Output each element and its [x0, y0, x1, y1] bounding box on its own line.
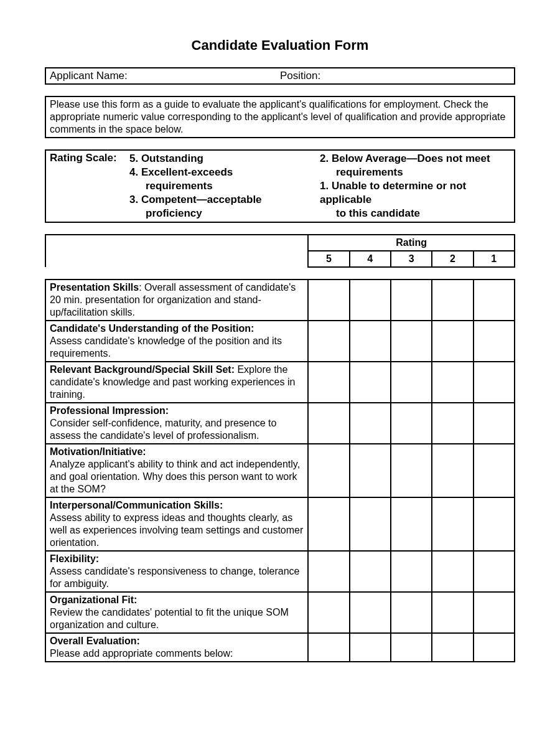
- rating-cell[interactable]: [474, 362, 515, 403]
- rating-cell[interactable]: [474, 633, 515, 662]
- rating-cell[interactable]: [391, 592, 432, 633]
- rating-cell[interactable]: [432, 321, 473, 362]
- rating-cell[interactable]: [391, 362, 432, 403]
- criterion-desc: Flexibility:Assess candidate's responsiv…: [45, 551, 308, 592]
- form-page: Candidate Evaluation Form Applicant Name…: [0, 0, 560, 747]
- rating-cell[interactable]: [308, 321, 349, 362]
- rating-cell[interactable]: [474, 551, 515, 592]
- rating-cell[interactable]: [391, 551, 432, 592]
- rating-cell[interactable]: [350, 444, 391, 497]
- rating-cell[interactable]: [308, 403, 349, 444]
- criterion-desc: Candidate's Understanding of the Positio…: [45, 321, 308, 362]
- rating-cell[interactable]: [308, 362, 349, 403]
- table-row: Motivation/Initiative:Analyze applicant'…: [45, 444, 515, 497]
- rating-cell[interactable]: [308, 444, 349, 497]
- rating-cell[interactable]: [432, 403, 473, 444]
- rating-cell[interactable]: [308, 633, 349, 662]
- rating-cell[interactable]: [474, 321, 515, 362]
- scale-4: 4. Excellent-exceeds: [129, 166, 315, 179]
- rating-cell[interactable]: [474, 497, 515, 551]
- scale-5: 5. Outstanding: [129, 152, 315, 166]
- rating-cell[interactable]: [432, 592, 473, 633]
- rating-cell[interactable]: [391, 403, 432, 444]
- criterion-desc: Motivation/Initiative:Analyze applicant'…: [45, 444, 308, 497]
- rating-cell[interactable]: [474, 444, 515, 497]
- criterion-desc: Relevant Background/Special Skill Set: E…: [45, 362, 308, 403]
- rating-cell[interactable]: [308, 592, 349, 633]
- rating-cell[interactable]: [391, 444, 432, 497]
- criterion-desc: Organizational Fit:Review the candidates…: [45, 592, 308, 633]
- col-4: 4: [350, 251, 391, 267]
- rating-cell[interactable]: [391, 497, 432, 551]
- rating-header-table: Rating 5 4 3 2 1: [45, 234, 515, 268]
- rating-cell[interactable]: [350, 551, 391, 592]
- rating-header: Rating: [308, 235, 515, 251]
- name-position-row: Applicant Name: Position:: [45, 67, 515, 85]
- table-row: Professional Impression:Consider self-co…: [45, 403, 515, 444]
- rating-cell[interactable]: [432, 497, 473, 551]
- rating-cell[interactable]: [432, 633, 473, 662]
- form-title: Candidate Evaluation Form: [45, 37, 515, 54]
- rating-cell[interactable]: [391, 321, 432, 362]
- table-row: Flexibility:Assess candidate's responsiv…: [45, 551, 515, 592]
- rating-cell[interactable]: [350, 633, 391, 662]
- applicant-name-label[interactable]: Applicant Name:: [50, 70, 280, 82]
- rating-cell[interactable]: [432, 444, 473, 497]
- scale-2: 2. Below Average—Does not meet: [320, 152, 505, 166]
- rating-cell[interactable]: [350, 321, 391, 362]
- scale-4-cont: requirements: [129, 179, 315, 193]
- rating-scale-box: Rating Scale: 5. Outstanding 4. Excellen…: [45, 149, 515, 223]
- criterion-desc: Overall Evaluation:Please add appropriat…: [45, 633, 308, 662]
- table-row: Relevant Background/Special Skill Set: E…: [45, 362, 515, 403]
- rating-cell[interactable]: [432, 362, 473, 403]
- table-row: Overall Evaluation:Please add appropriat…: [45, 633, 515, 662]
- rating-cell[interactable]: [308, 551, 349, 592]
- rating-cell[interactable]: [474, 403, 515, 444]
- rating-cell[interactable]: [474, 280, 515, 321]
- scale-2-cont: requirements: [320, 166, 505, 179]
- rating-cell[interactable]: [350, 280, 391, 321]
- rating-cell[interactable]: [308, 280, 349, 321]
- rating-cell[interactable]: [391, 280, 432, 321]
- scale-1: 1. Unable to determine or not applicable: [320, 179, 505, 207]
- scale-col-left: 5. Outstanding 4. Excellent-exceeds requ…: [129, 152, 320, 220]
- table-row: Candidate's Understanding of the Positio…: [45, 321, 515, 362]
- rating-cell[interactable]: [432, 280, 473, 321]
- col-5: 5: [308, 251, 349, 267]
- criteria-table: Presentation Skills: Overall assessment …: [45, 279, 515, 662]
- col-3: 3: [391, 251, 432, 267]
- position-label[interactable]: Position:: [280, 70, 510, 82]
- table-row: Interpersonal/Communication Skills:Asses…: [45, 497, 515, 551]
- rating-cell[interactable]: [432, 551, 473, 592]
- rating-cell[interactable]: [350, 497, 391, 551]
- criterion-desc: Presentation Skills: Overall assessment …: [45, 280, 308, 321]
- instructions-text: Please use this form as a guide to evalu…: [45, 96, 515, 138]
- criterion-desc: Professional Impression:Consider self-co…: [45, 403, 308, 444]
- rating-cell[interactable]: [350, 362, 391, 403]
- rating-cell[interactable]: [350, 592, 391, 633]
- col-2: 2: [432, 251, 473, 267]
- rating-cell[interactable]: [308, 497, 349, 551]
- scale-1-cont: to this candidate: [320, 207, 505, 220]
- scale-col-right: 2. Below Average—Does not meet requireme…: [320, 152, 510, 220]
- rating-cell[interactable]: [391, 633, 432, 662]
- col-1: 1: [474, 251, 515, 267]
- scale-3: 3. Competent—acceptable: [129, 193, 315, 207]
- table-row: Organizational Fit:Review the candidates…: [45, 592, 515, 633]
- table-row: Presentation Skills: Overall assessment …: [45, 280, 515, 321]
- blank-header: [45, 235, 308, 267]
- scale-3-cont: proficiency: [129, 207, 315, 220]
- rating-scale-label: Rating Scale:: [50, 152, 129, 220]
- rating-cell[interactable]: [474, 592, 515, 633]
- rating-cell[interactable]: [350, 403, 391, 444]
- criterion-desc: Interpersonal/Communication Skills:Asses…: [45, 497, 308, 551]
